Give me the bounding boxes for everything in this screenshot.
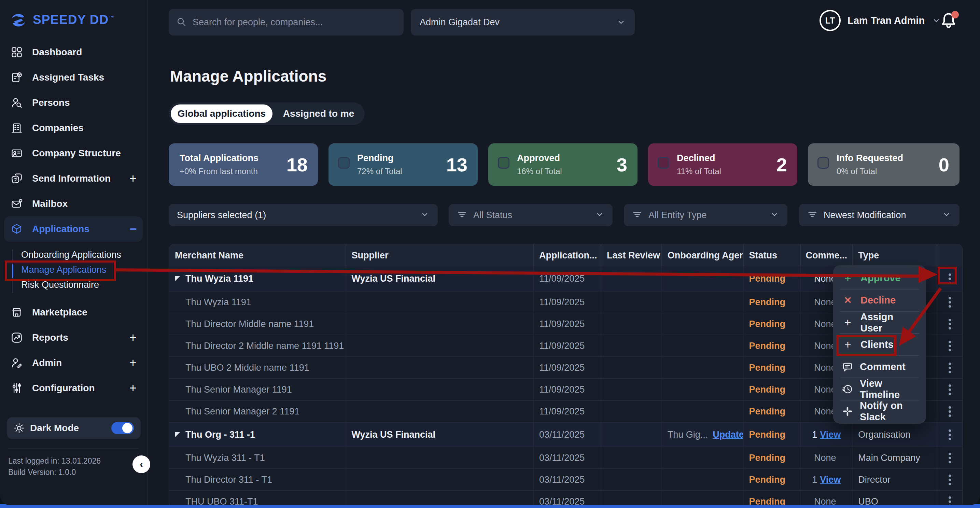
suppliers-filter-dropdown[interactable]: Suppliers selected (1) (169, 204, 438, 226)
last-review-cell (601, 491, 662, 505)
row-actions-kebab-icon[interactable] (948, 500, 951, 503)
info-requested-filter-checkbox[interactable] (818, 157, 829, 169)
sidebar-item-assigned-tasks[interactable]: Assigned Tasks (0, 65, 147, 90)
search-input[interactable] (192, 17, 384, 28)
sidebar-item-risk-questionnaire[interactable]: Risk Questionnaire (0, 277, 147, 292)
stat-card-info-requested: Info Requested 0% of Total 0 (808, 143, 959, 186)
configuration-icon (10, 382, 23, 395)
approved-filter-checkbox[interactable] (498, 157, 509, 169)
status-badge: Pending (744, 379, 801, 400)
table-row[interactable]: Thu Wyzia 311 - T1 03/11/2025 Pending No… (169, 446, 962, 468)
status-badge: Pending (744, 266, 801, 291)
row-actions-kebab-icon[interactable] (948, 457, 951, 459)
sidebar-item-dashboard[interactable]: Dashboard (0, 40, 147, 65)
sidebar-item-send-information[interactable]: Send Information + (0, 166, 147, 191)
tab-global-applications[interactable]: Global applications (171, 105, 272, 123)
menu-item-assign-user[interactable]: +Assign User (833, 312, 926, 333)
assigned-tasks-icon (10, 71, 23, 84)
sidebar-item-admin[interactable]: Admin + (0, 350, 147, 376)
avatar: LT (819, 10, 841, 31)
sidebar-item-configuration[interactable]: Configuration + (0, 376, 147, 401)
notification-badge (951, 11, 959, 18)
row-actions-kebab-icon[interactable] (948, 479, 951, 481)
menu-item-clients[interactable]: +Clients (833, 334, 926, 356)
view-comments-link[interactable]: View (820, 429, 841, 440)
last-review-cell (601, 447, 662, 468)
column-header-comments[interactable]: Comme... (801, 244, 853, 266)
status-filter-dropdown[interactable]: All Status (449, 204, 612, 226)
row-actions-kebab-icon[interactable] (948, 345, 951, 347)
column-header-application[interactable]: Application... (534, 244, 601, 266)
view-comments-link[interactable]: View (820, 475, 841, 485)
sidebar-item-reports[interactable]: Reports + (0, 325, 147, 350)
row-actions-kebab-icon[interactable] (948, 389, 951, 391)
sidebar-item-companies[interactable]: Companies (0, 115, 147, 141)
x-icon: ✕ (842, 295, 854, 306)
plus-icon: + (842, 338, 854, 351)
pending-filter-checkbox[interactable] (338, 157, 350, 169)
row-actions-kebab-icon[interactable] (948, 278, 951, 280)
sidebar-item-company-structure[interactable]: Company Structure (0, 141, 147, 166)
brand-logo: SPEEDY DD™ (0, 0, 147, 40)
menu-item-view-timeline[interactable]: View Timeline (833, 378, 926, 400)
send-information-icon (10, 172, 23, 185)
row-actions-kebab-icon[interactable] (948, 433, 951, 436)
menu-item-decline[interactable]: ✕Decline (833, 289, 926, 311)
table-row[interactable]: Thu Director 311 - T1 03/11/2025 Pending… (169, 468, 962, 490)
chevron-down-icon (595, 210, 605, 221)
sidebar-item-mailbox[interactable]: Mailbox (0, 191, 147, 216)
sidebar-item-applications[interactable]: Applications − (4, 216, 143, 242)
column-header-onboarding-agent[interactable]: Onboarding Agent (662, 244, 744, 266)
declined-filter-checkbox[interactable] (658, 157, 669, 169)
companies-icon (10, 122, 23, 135)
column-header-merchant-name[interactable]: Merchant Name (169, 244, 346, 266)
column-header-supplier[interactable]: Supplier (346, 244, 534, 266)
row-actions-kebab-icon[interactable] (948, 410, 951, 413)
stat-value: 2 (776, 154, 787, 176)
status-badge: Pending (744, 335, 801, 356)
row-actions-kebab-icon[interactable] (948, 367, 951, 369)
column-header-last-review[interactable]: Last Review (601, 244, 662, 266)
sidebar-item-onboarding-applications[interactable]: Onboarding Applications (0, 247, 147, 262)
collapse-triangle-icon[interactable] (175, 432, 180, 437)
filter-lines-icon (632, 209, 642, 221)
sidebar-item-persons[interactable]: Persons (0, 90, 147, 115)
stat-card-pending: Pending 72% of Total 13 (328, 143, 478, 186)
last-review-cell (601, 292, 662, 313)
row-actions-kebab-icon[interactable] (948, 301, 951, 303)
app-root: SPEEDY DD™ Dashboard Assigned Tasks Pers… (0, 0, 980, 508)
table-row[interactable]: THU UBO 311-T1 03/11/2025 Pending None U… (169, 490, 962, 505)
user-menu[interactable]: LT Lam Tran Admin (819, 10, 941, 32)
sort-filter-dropdown[interactable]: Newest Modification (799, 204, 959, 226)
sun-icon (14, 423, 25, 433)
company-structure-icon (10, 147, 23, 160)
collapse-triangle-icon[interactable] (175, 276, 180, 281)
tab-assigned-to-me[interactable]: Assigned to me (275, 102, 363, 125)
sidebar-collapse-button[interactable]: ‹ (132, 456, 150, 473)
column-header-status[interactable]: Status (744, 244, 801, 266)
status-badge: Pending (744, 401, 801, 422)
org-selector-dropdown[interactable]: Admin Gigadat Dev (411, 9, 635, 35)
stat-value: 18 (286, 154, 308, 176)
notifications-button[interactable] (940, 12, 958, 29)
update-link[interactable]: Update (713, 429, 743, 440)
status-badge: Pending (744, 423, 801, 446)
last-review-cell (601, 357, 662, 378)
stat-value: 13 (446, 154, 468, 176)
filter-lines-icon (457, 209, 467, 221)
table-row[interactable]: Thu Org - 311 -1 Wyzia US Financial 03/1… (169, 422, 962, 446)
sidebar-item-marketplace[interactable]: Marketplace (0, 300, 147, 325)
last-review-cell (601, 266, 662, 291)
row-actions-kebab-icon[interactable] (948, 323, 951, 325)
applications-icon (10, 222, 23, 236)
column-header-type[interactable]: Type (853, 244, 937, 266)
view-tabs: Global applications Assigned to me (169, 102, 365, 125)
sidebar-item-manage-applications[interactable]: Manage Applications (0, 262, 147, 277)
entity-type-filter-dropdown[interactable]: All Entity Type (624, 204, 788, 226)
menu-item-comment[interactable]: Comment (833, 356, 926, 378)
column-header-actions (937, 244, 962, 266)
dark-mode-toggle[interactable] (111, 422, 134, 434)
menu-item-notify-on-slack[interactable]: Notify on Slack (833, 400, 926, 422)
menu-item-approve[interactable]: +Approve (833, 267, 926, 289)
chevron-down-icon (942, 210, 951, 221)
